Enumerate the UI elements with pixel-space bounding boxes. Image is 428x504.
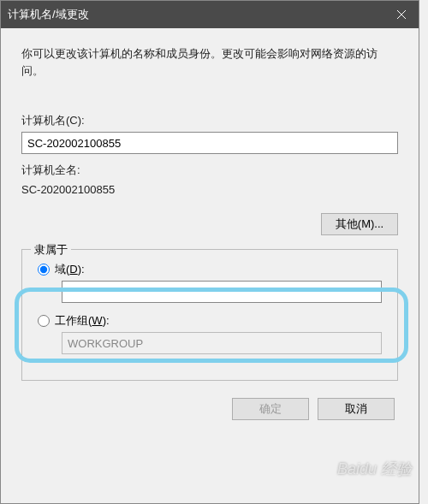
description-text: 你可以更改该计算机的名称和成员身份。更改可能会影响对网络资源的访问。 [21, 45, 398, 79]
domain-radio-row[interactable]: 域(D): [38, 262, 382, 277]
titlebar-title: 计算机名/域更改 [8, 7, 384, 22]
close-button[interactable] [384, 1, 419, 28]
watermark-text: Baidu 经验 [337, 459, 412, 479]
cancel-button[interactable]: 取消 [318, 398, 395, 420]
other-button[interactable]: 其他(M)... [321, 213, 398, 235]
dialog-buttons-row: 确定 取消 [21, 398, 398, 420]
titlebar: 计算机名/域更改 [1, 1, 419, 28]
domain-input[interactable] [62, 281, 382, 303]
workgroup-radio[interactable] [38, 315, 50, 327]
full-name-label: 计算机全名: [21, 163, 398, 178]
computer-name-label: 计算机名(C): [21, 113, 398, 128]
workgroup-input [62, 332, 382, 354]
workgroup-radio-row[interactable]: 工作组(W): [38, 313, 382, 329]
dialog-content: 你可以更改该计算机的名称和成员身份。更改可能会影响对网络资源的访问。 计算机名(… [1, 28, 419, 434]
dialog-window: 计算机名/域更改 你可以更改该计算机的名称和成员身份。更改可能会影响对网络资源的… [0, 0, 419, 504]
member-of-legend: 隶属于 [31, 242, 71, 258]
member-of-group: 隶属于 域(D): 工作组(W): [21, 249, 398, 381]
computer-name-input[interactable] [21, 132, 398, 154]
full-name-value: SC-202002100855 [21, 183, 398, 196]
domain-radio-label: 域(D): [55, 262, 85, 277]
close-icon [396, 9, 407, 20]
workgroup-radio-label: 工作组(W): [55, 313, 110, 329]
domain-radio[interactable] [38, 264, 50, 276]
ok-button: 确定 [232, 398, 309, 420]
